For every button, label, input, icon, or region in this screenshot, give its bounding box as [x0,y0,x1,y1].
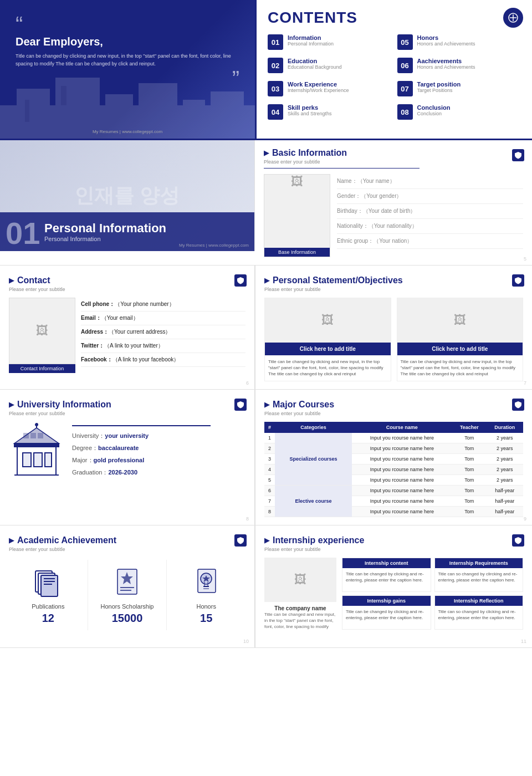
contents-num-02: 02 [268,58,283,73]
photo-placeholder-icon: 🖼 [291,175,303,189]
courses-section: Major Courses Please enter your subtitle… [255,390,532,525]
internship-content: 🖼 The company name Title can be changed … [264,558,523,630]
ps-img-icon-1: 🖼 [321,313,334,328]
cell-num: 8 [264,506,275,517]
page: “ Dear Employers, Title can be changed b… [0,0,532,648]
cell-duration: half-year [487,485,523,496]
cell-teacher: Tom [452,474,487,485]
contents-text-02: Education Educational Background [288,58,342,70]
academic-section: Academic Achievement Please enter your s… [0,525,255,647]
ps-cards: 🖼 Click here to add title Title can be c… [264,298,523,381]
uni-badge [234,399,247,411]
company-desc: Title can be changed and new input, in t… [264,611,336,630]
contact-field-facebook: Facebook：（A link to your facebook） [81,353,245,367]
svg-rect-12 [34,453,42,467]
academic-card-publications: Publications 12 [9,560,88,630]
cell-teacher: Tom [452,433,487,443]
row-contact-ps: Contact Please enter your subtitle 🖼 Con… [0,266,532,390]
contact-photo-label: Contact Information [9,364,75,373]
contact-field-email: Email：（Your email） [81,312,245,325]
pi-subtitle: Personal Information [44,236,243,242]
cell-course-name: Input you rcourse name here [352,443,452,453]
bi-divider [264,168,420,169]
academic-cards: Publications 12 Honors Scholar [9,560,245,630]
scholarship-value: 15000 [91,612,163,625]
svg-rect-22 [38,433,43,438]
uni-university: University：your university [72,430,245,442]
ps-subtitle: Please enter your subtitle [264,287,523,292]
ps-card-btn-2[interactable]: Click here to add title [397,343,523,355]
cover-left: “ Dear Employers, Title can be changed b… [0,0,255,139]
publications-value: 12 [12,612,84,625]
internship-company: 🖼 The company name Title can be changed … [264,558,336,630]
internship-badge [512,534,524,547]
publications-icon [32,565,65,599]
quote-open-icon: “ [16,13,239,35]
bi-photo-label: Base Information [264,248,330,257]
cell-teacher: Tom [452,453,487,464]
col-teacher: Teacher [452,422,487,433]
cover-body: Title can be changed by clicking and new… [16,53,239,68]
cell-duration: 2 years [487,443,523,453]
contents-text-07: Target position Target Positions [417,81,461,93]
svg-point-18 [35,423,38,426]
cell-duration: half-year [487,496,523,506]
top-row: “ Dear Employers, Title can be changed b… [0,0,532,139]
uni-degree: Degree：baccalaureate [72,442,245,454]
contents-num-05: 05 [397,34,413,50]
svg-rect-11 [23,453,31,467]
contact-photo: 🖼 [9,298,75,364]
cell-category-specialized: Specialized courses [275,433,352,486]
ps-card-2: 🖼 Click here to add title Title can be c… [397,298,524,381]
bi-field-birthday: Birthday：（Your date of birth） [337,204,523,219]
academic-badge [234,534,247,547]
page-num-8: 8 [246,516,249,522]
uni-top-divider [72,425,211,426]
table-row: 6Elective courseInput you rcourse name h… [264,485,523,496]
personal-info-col: 인재를 양성 01 Personal Information Personal … [0,140,255,251]
basic-info-col: Basic Information Please enter your subt… [255,140,532,265]
svg-marker-15 [14,428,59,443]
contents-num-08: 08 [397,104,413,120]
contents-text-03: Work Experience Internship/Work Experien… [288,81,349,93]
cell-num: 3 [264,453,275,464]
contents-num-04: 04 [268,104,283,120]
bi-fields: Name：（Your name） Gender：（Your gender） Bi… [337,174,523,257]
contents-num-03: 03 [268,81,283,96]
basic-info-subtitle: Please enter your subtitle [264,159,523,165]
ps-card-body-2: Title can be changed by dicking and new … [397,355,523,381]
row-personal-basic: 인재를 양성 01 Personal Information Personal … [0,140,532,266]
cell-course-name: Input you rcourse name here [352,485,452,496]
cover-title: Dear Employers, [16,35,239,48]
ps-card-btn-1[interactable]: Click here to add title [265,343,391,355]
basic-info-badge [512,149,524,161]
cell-course-name: Input you rcourse name here [352,453,452,464]
page-num-9: 9 [524,516,526,522]
internship-section: Internship experience Please enter your … [255,525,532,647]
int-box-reflection-title: Internship Reflection [435,596,523,606]
contents-item-02: 02 Education Educational Background [268,55,392,75]
contents-text-05: Honors Honors and Achievements [417,34,475,47]
watermark: My Resumes | www.collegeppt.com [93,129,162,134]
university-section: University Information Please enter your… [0,390,255,525]
uni-content: University：your university Degree：baccal… [9,422,245,478]
contents-item-04: 04 Skill perks Skills and Strengths [268,102,392,122]
ps-card-body-1: Title can be changed by dicking and new … [265,355,391,381]
cell-teacher: Tom [452,485,487,496]
int-box-gains: Internship gains Title can be changed by… [342,595,431,630]
int-box-gains-body: Title can be changed by clicking and re-… [342,606,431,624]
cell-category-elective: Elective course [275,485,352,517]
bi-field-ethnic: Ethnic group：（Your nation） [337,234,523,249]
int-box-requirements-body: Title can so changed by clircking and re… [435,568,523,586]
scholarship-label: Honors Scholarship [91,603,163,610]
internship-grid: Internship content Title can be changed … [342,558,523,630]
contents-item-03: 03 Work Experience Internship/Work Exper… [268,79,392,99]
contact-fields: Cell phone：（Your phone number） Email：（Yo… [81,298,245,373]
svg-rect-20 [24,433,28,438]
contents-item-08: 08 Conclusion Conclusion [397,102,521,122]
cell-teacher: Tom [452,506,487,517]
pi-title: Personal Information [44,221,243,236]
svg-rect-13 [45,453,52,467]
table-row: 1Specialized coursesInput you rcourse na… [264,433,523,443]
honors-label: Honors [170,603,242,610]
